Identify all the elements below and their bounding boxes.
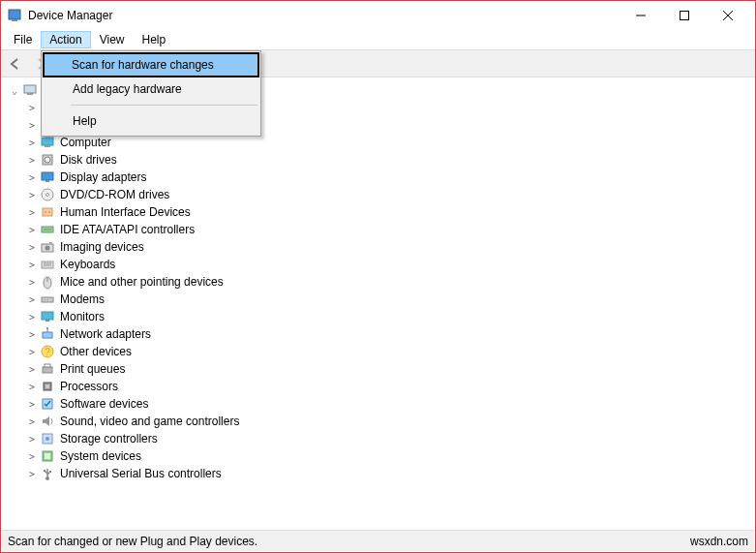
svg-rect-6 <box>24 85 36 93</box>
expand-icon[interactable]: > <box>26 469 38 479</box>
svg-rect-36 <box>45 320 49 322</box>
tree-node[interactable]: >Sound, video and game controllers <box>1 413 755 430</box>
other-icon: ? <box>40 344 55 359</box>
expand-icon[interactable]: > <box>26 382 38 392</box>
device-tree[interactable]: ⌄ >>Bluetooth>Computer>Disk drives>Displ… <box>1 77 755 531</box>
menu-add-legacy[interactable]: Add legacy hardware <box>44 77 258 102</box>
expand-icon[interactable]: > <box>26 416 38 427</box>
keyboard-icon <box>40 257 55 272</box>
tree-node[interactable]: >Disk drives <box>1 151 755 169</box>
computer-icon <box>40 135 55 150</box>
tree-node-label: Software devices <box>57 397 148 411</box>
tree-node-label: IDE ATA/ATAPI controllers <box>57 223 195 236</box>
menu-help-item[interactable]: Help <box>44 108 258 134</box>
menu-file[interactable]: File <box>5 31 41 48</box>
menu-scan-hardware[interactable]: Scan for hardware changes <box>43 52 259 77</box>
svg-rect-43 <box>45 364 50 367</box>
expand-icon[interactable]: > <box>26 364 38 375</box>
expand-icon[interactable]: > <box>26 225 38 235</box>
tree-node[interactable]: >Monitors <box>1 308 755 325</box>
tree-node-label: System devices <box>57 449 141 463</box>
system-icon <box>40 448 55 464</box>
sound-icon <box>40 414 55 429</box>
storage-icon <box>40 431 55 446</box>
tree-node[interactable]: >Imaging devices <box>1 238 755 256</box>
tree-node[interactable]: >?Other devices <box>1 343 755 360</box>
computer-icon <box>22 82 38 98</box>
menu-action[interactable]: Action <box>41 31 90 48</box>
expand-icon[interactable]: > <box>26 312 38 323</box>
svg-rect-35 <box>42 312 53 320</box>
svg-point-33 <box>44 299 45 301</box>
tree-node[interactable]: >Network adapters <box>1 325 755 343</box>
expand-icon[interactable]: > <box>26 120 38 131</box>
tree-node-label: Monitors <box>57 310 105 323</box>
expand-icon[interactable]: > <box>26 172 38 183</box>
close-button[interactable] <box>706 2 749 29</box>
software-icon <box>40 396 55 412</box>
ide-icon <box>40 222 55 237</box>
menubar: File Action View Help <box>1 30 755 50</box>
tree-node-label: Storage controllers <box>57 432 158 445</box>
expand-icon[interactable]: > <box>26 294 38 305</box>
tree-node[interactable]: >Universal Serial Bus controllers <box>1 465 755 482</box>
back-icon[interactable] <box>5 53 26 75</box>
tree-node[interactable]: >Display adapters <box>1 169 755 186</box>
tree-node-label: Modems <box>57 292 105 306</box>
expand-icon[interactable]: > <box>26 399 38 410</box>
menu-item-label: Add legacy hardware <box>73 82 182 96</box>
svg-text:?: ? <box>45 347 50 357</box>
tree-node[interactable]: >Storage controllers <box>1 430 755 447</box>
svg-point-34 <box>46 299 48 301</box>
svg-point-14 <box>45 157 50 163</box>
tree-node[interactable]: >Mice and other pointing devices <box>1 273 755 291</box>
expand-icon[interactable]: > <box>26 451 38 462</box>
expand-icon[interactable]: > <box>26 260 38 270</box>
tree-node[interactable]: >Human Interface Devices <box>1 203 755 221</box>
svg-rect-45 <box>45 384 49 388</box>
expand-icon[interactable]: ⌄ <box>9 85 20 96</box>
expand-icon[interactable]: > <box>26 207 38 218</box>
status-text: Scan for changed or new Plug and Play de… <box>8 535 257 548</box>
svg-rect-26 <box>49 242 52 244</box>
expand-icon[interactable]: > <box>26 347 38 357</box>
expand-icon[interactable]: > <box>26 155 38 166</box>
tree-node-label: Imaging devices <box>57 240 144 254</box>
svg-rect-50 <box>45 453 50 459</box>
tree-node[interactable]: >Print queues <box>1 360 755 378</box>
tree-node[interactable]: >Processors <box>1 378 755 395</box>
svg-rect-15 <box>42 172 53 180</box>
tree-node[interactable]: >DVD/CD-ROM drives <box>1 186 755 203</box>
expand-icon[interactable]: > <box>26 190 38 200</box>
expand-icon[interactable]: > <box>26 138 38 148</box>
expand-icon[interactable]: > <box>26 103 38 113</box>
tree-node-label: Computer <box>57 136 111 149</box>
maximize-button[interactable] <box>662 2 706 29</box>
expand-icon[interactable]: > <box>26 277 38 288</box>
svg-rect-11 <box>42 138 53 145</box>
tree-node-label: Processors <box>57 380 118 393</box>
svg-rect-16 <box>45 180 49 182</box>
menu-view[interactable]: View <box>91 31 134 48</box>
tree-node[interactable]: >Modems <box>1 291 755 308</box>
tree-node[interactable]: >Software devices <box>1 395 755 413</box>
svg-rect-42 <box>43 367 52 373</box>
cd-icon <box>40 187 55 202</box>
svg-point-18 <box>46 194 49 197</box>
mouse-icon <box>40 274 55 290</box>
network-icon <box>40 326 55 342</box>
minimize-button[interactable] <box>619 2 662 29</box>
tree-node-label: Display adapters <box>57 170 146 184</box>
svg-rect-7 <box>27 93 33 95</box>
tree-node[interactable]: >IDE ATA/ATAPI controllers <box>1 221 755 238</box>
tree-node[interactable]: >System devices <box>1 447 755 465</box>
tree-node[interactable]: >Keyboards <box>1 256 755 273</box>
expand-icon[interactable]: > <box>26 434 38 445</box>
svg-rect-56 <box>49 471 51 473</box>
expand-icon[interactable]: > <box>26 242 38 253</box>
printer-icon <box>40 361 55 377</box>
tree-node-label: Network adapters <box>57 327 151 341</box>
svg-point-48 <box>45 437 49 441</box>
expand-icon[interactable]: > <box>26 329 38 340</box>
menu-help[interactable]: Help <box>134 31 175 48</box>
